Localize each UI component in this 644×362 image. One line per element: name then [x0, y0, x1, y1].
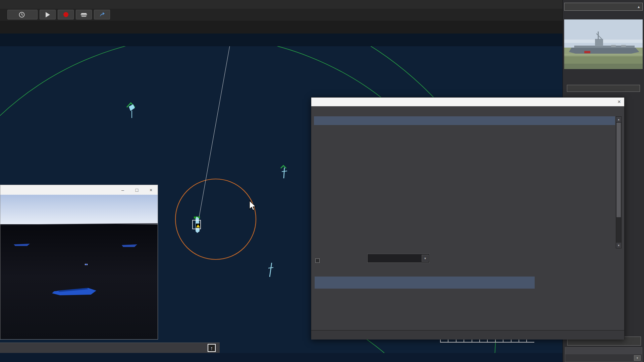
air-ops-dialog: × ▴ ▾ ▾	[311, 97, 625, 340]
contact-cav-group	[127, 103, 135, 118]
map-scale-ruler	[440, 339, 534, 343]
aircraft-table-header	[314, 116, 615, 125]
mouse-cursor	[249, 200, 257, 211]
menu-bar	[0, 0, 562, 9]
app-screen: – □ × ↑ ▴	[0, 0, 644, 362]
play-icon	[46, 12, 50, 17]
unit-photo	[564, 19, 643, 69]
ribbon-toolbar	[0, 21, 562, 34]
dialog-titlebar[interactable]: ×	[311, 98, 624, 106]
unit-cvn78-symbol	[193, 217, 201, 233]
quick-turnaround-select[interactable]: ▾	[367, 254, 430, 263]
dropdown-button[interactable]: ▾	[634, 355, 641, 361]
view3d-titlebar[interactable]: – □ ×	[0, 185, 158, 195]
scroll-down-icon[interactable]: ▾	[616, 243, 621, 248]
unit-status-header[interactable]: ▴	[564, 3, 643, 11]
contact-air	[281, 166, 287, 178]
up-arrow-icon: ↑	[210, 345, 213, 351]
loadout-info-panel	[537, 268, 623, 328]
stores-table-header	[315, 277, 535, 289]
expand-log-button[interactable]: ↑	[208, 344, 216, 352]
view3d-unit-label[interactable]	[85, 264, 88, 265]
scrollbar-thumb[interactable]	[616, 123, 621, 217]
message-log-bar[interactable]: ↑	[0, 343, 220, 353]
time-compression-button[interactable]	[7, 10, 38, 19]
play-button[interactable]	[40, 10, 56, 19]
clock-icon	[19, 12, 25, 18]
view3d-scene	[0, 195, 158, 339]
contact-surface	[268, 263, 273, 277]
reference-circle	[175, 179, 256, 259]
record-button[interactable]	[58, 10, 74, 19]
jump-button[interactable]	[94, 10, 110, 19]
strategic-panel: ▾	[565, 347, 642, 362]
collapse-chevron-icon[interactable]: ▴	[638, 5, 640, 9]
unit-message-log-button[interactable]	[567, 85, 640, 92]
table-scrollbar[interactable]: ▴ ▾	[616, 116, 622, 248]
time-step-bar	[0, 353, 562, 362]
scroll-up-icon[interactable]: ▴	[616, 117, 621, 122]
record-icon	[63, 12, 68, 17]
close-icon[interactable]: ×	[618, 99, 621, 105]
chevron-down-icon: ▾	[637, 356, 638, 360]
jump-arrow-icon	[99, 12, 105, 18]
minimize-icon[interactable]: –	[116, 185, 129, 195]
strategic-header	[565, 348, 642, 354]
close-icon[interactable]: ×	[144, 185, 158, 195]
maximize-icon[interactable]: □	[130, 185, 144, 195]
view3d-window[interactable]: – □ ×	[0, 185, 158, 340]
quick-toolbar	[0, 9, 562, 21]
ferry-mission-button[interactable]	[76, 10, 92, 19]
course-line	[198, 38, 231, 222]
ferry-icon	[80, 12, 88, 17]
time-bar	[0, 34, 562, 46]
chevron-down-icon[interactable]: ▾	[422, 255, 429, 262]
stores-col-magsac	[506, 280, 535, 285]
dialog-footer	[311, 330, 624, 340]
stores-col-mags	[475, 280, 506, 285]
enable-quick-checkbox[interactable]	[315, 258, 320, 263]
